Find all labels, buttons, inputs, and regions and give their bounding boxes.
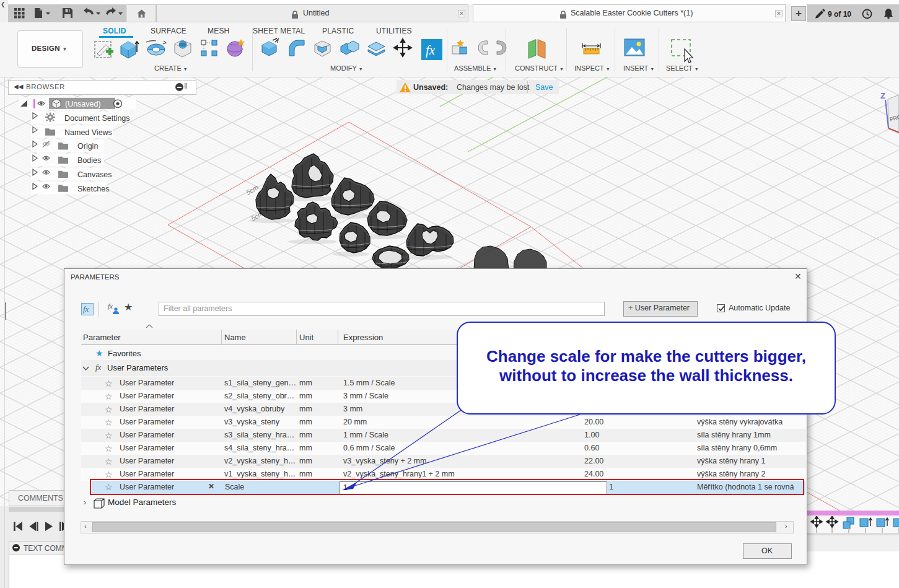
svg-text:(Unsaved): (Unsaved)	[65, 100, 101, 108]
svg-text:Sketches: Sketches	[77, 185, 109, 193]
svg-text:Bodies: Bodies	[77, 157, 101, 165]
svg-text:Z: Z	[880, 91, 885, 100]
svg-text:Origin: Origin	[77, 143, 98, 151]
svg-text:Named Views: Named Views	[64, 128, 112, 137]
svg-text:Document Settings: Document Settings	[64, 114, 130, 123]
svg-text:Canvases: Canvases	[77, 170, 112, 179]
svg-text:fx: fx	[426, 43, 436, 58]
